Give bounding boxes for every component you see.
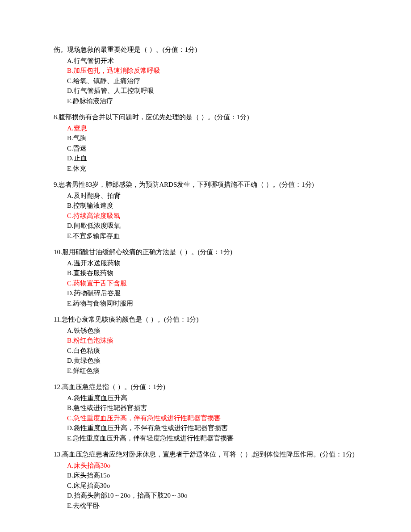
option-b: B.加压包扎，迅速消除反常呼吸 — [54, 66, 357, 76]
option-b: B.直接吞服药物 — [54, 268, 357, 278]
page: 伤。现场急救的最重要处理是（ ）。(分值：1分) A.行气管切开术 B.加压包扎… — [0, 0, 411, 532]
question-stem: 伤。现场急救的最重要处理是（ ）。(分值：1分) — [54, 45, 357, 55]
option-c: C.持续高浓度吸氧 — [54, 211, 357, 221]
option-e: E.静脉输液治疗 — [54, 96, 357, 106]
option-a: A.急性重度血压升高 — [54, 393, 357, 403]
option-d: D.急性重度血压升高，不伴有急性或进行性靶器官损害 — [54, 423, 357, 433]
question-13: 13.高血压急症患者应绝对卧床休息，置患者于舒适体位，可将（ ）,起到体位性降压… — [54, 449, 357, 511]
option-c: C.急性重度血压升高，伴有急性或进行性靶器官损害 — [54, 413, 357, 423]
question-stem: 8.腹部损伤有合并以下问题时，应优先处理的是（ ）。(分值：1分) — [54, 112, 357, 122]
question-7: 伤。现场急救的最重要处理是（ ）。(分值：1分) A.行气管切开术 B.加压包扎… — [54, 45, 357, 106]
question-stem: 10.服用硝酸甘油缓解心绞痛的正确方法是（ ）。(分值：1分) — [54, 247, 357, 257]
question-9: 9.患者男性83岁，肺部感染，为预防ARDS发生，下列哪项措施不正确（ ）。(分… — [54, 180, 357, 241]
question-stem: 9.患者男性83岁，肺部感染，为预防ARDS发生，下列哪项措施不正确（ ）。(分… — [54, 180, 357, 190]
option-b: B.粉红色泡沫痰 — [54, 335, 357, 346]
option-e: E.鲜红色痰 — [54, 366, 357, 376]
question-stem: 13.高血压急症患者应绝对卧床休息，置患者于舒适体位，可将（ ）,起到体位性降压… — [54, 449, 357, 460]
option-e: E.休克 — [54, 163, 357, 174]
option-b: B.急性或进行性靶器官损害 — [54, 403, 357, 413]
option-d: D.行气管插管、人工控制呼吸 — [54, 86, 357, 96]
option-d: D.抬高头胸部10～20o，抬高下肢20～30o — [54, 490, 357, 501]
question-stem: 11.急性心衰常见咳痰的颜色是（ ）。(分值：1分) — [54, 314, 357, 325]
question-12: 12.高血压急症是指（ ）。(分值：1分) A.急性重度血压升高 B.急性或进行… — [54, 382, 357, 443]
question-11: 11.急性心衰常见咳痰的颜色是（ ）。(分值：1分) A.铁锈色痰 B.粉红色泡… — [54, 314, 357, 376]
option-e: E.去枕平卧 — [54, 501, 357, 511]
option-b: B.床头抬高15o — [54, 470, 357, 481]
option-b: B.气胸 — [54, 133, 357, 143]
option-a: A.及时翻身、拍背 — [54, 191, 357, 201]
option-c: C.给氧、镇静、止痛治疗 — [54, 76, 357, 86]
option-d: D.药物碾碎后吞服 — [54, 288, 357, 298]
option-e: E.不宜多输库存血 — [54, 231, 357, 241]
option-c: C.昏迷 — [54, 143, 357, 154]
option-a: A.行气管切开术 — [54, 56, 357, 66]
option-d: D.间歇低浓度吸氧 — [54, 221, 357, 231]
option-a: A.床头抬高30o — [54, 461, 357, 471]
option-e: E.药物与食物同时服用 — [54, 298, 357, 309]
option-a: A.温开水送服药物 — [54, 258, 357, 268]
option-a: A.铁锈色痰 — [54, 326, 357, 336]
question-stem: 12.高血压急症是指（ ）。(分值：1分) — [54, 382, 357, 392]
option-c: C.白色粘痰 — [54, 346, 357, 356]
option-e: E.急性重度血压升高，伴有轻度急性或进行性靶器官损害 — [54, 433, 357, 444]
option-c: C.床尾抬高30o — [54, 481, 357, 491]
question-8: 8.腹部损伤有合并以下问题时，应优先处理的是（ ）。(分值：1分) A.窒息 B… — [54, 112, 357, 173]
option-d: D.止血 — [54, 153, 357, 163]
question-10: 10.服用硝酸甘油缓解心绞痛的正确方法是（ ）。(分值：1分) A.温开水送服药… — [54, 247, 357, 308]
option-b: B.控制输液速度 — [54, 201, 357, 211]
option-d: D.黄绿色痰 — [54, 356, 357, 366]
option-c: C.药物置于舌下含服 — [54, 278, 357, 289]
option-a: A.窒息 — [54, 123, 357, 134]
